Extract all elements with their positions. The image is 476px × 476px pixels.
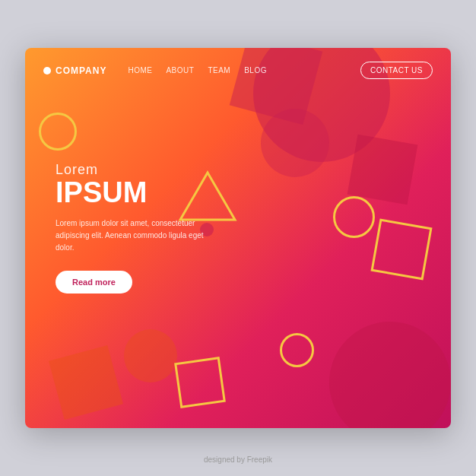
bg-circle-mid [261,109,329,177]
nav-team[interactable]: TEAM [208,66,230,75]
hero-subtitle: Lorem [56,162,208,178]
gold-square-mid [370,218,432,280]
credit-text: designed by Freepik [204,455,272,464]
nav-about[interactable]: ABOUT [166,66,194,75]
bg-square-bottom-left [49,345,123,420]
gold-circle-top-left [39,113,77,151]
contact-button[interactable]: CONTACT US [360,62,433,79]
hero-title: IPSUM [56,178,208,207]
hero-content: Lorem IPSUM Lorem ipsum dolor sit amet, … [56,162,208,294]
brand-dot [43,67,51,75]
read-more-button[interactable]: Read more [56,271,132,294]
nav-links: HOME ABOUT TEAM BLOG [128,66,360,75]
navbar: COMPANY HOME ABOUT TEAM BLOG CONTACT US [25,48,451,93]
hero-body-text: Lorem ipsum dolor sit amet, consectetuer… [56,217,208,254]
gold-square-bottom [174,357,226,408]
bg-circle-small-left [124,329,177,382]
nav-blog[interactable]: BLOG [244,66,267,75]
brand-name: COMPANY [56,65,106,76]
bg-square-mid [347,135,418,205]
gold-circle-mid-right [333,196,375,238]
gold-circle-bottom [280,333,314,367]
hero-background: COMPANY HOME ABOUT TEAM BLOG CONTACT US … [25,48,451,428]
brand-logo: COMPANY [43,65,106,76]
landing-page: COMPANY HOME ABOUT TEAM BLOG CONTACT US … [25,48,451,428]
nav-home[interactable]: HOME [128,66,152,75]
footer-credit: designed by Freepik [204,455,272,464]
bg-circle-bottom-right [329,322,451,428]
